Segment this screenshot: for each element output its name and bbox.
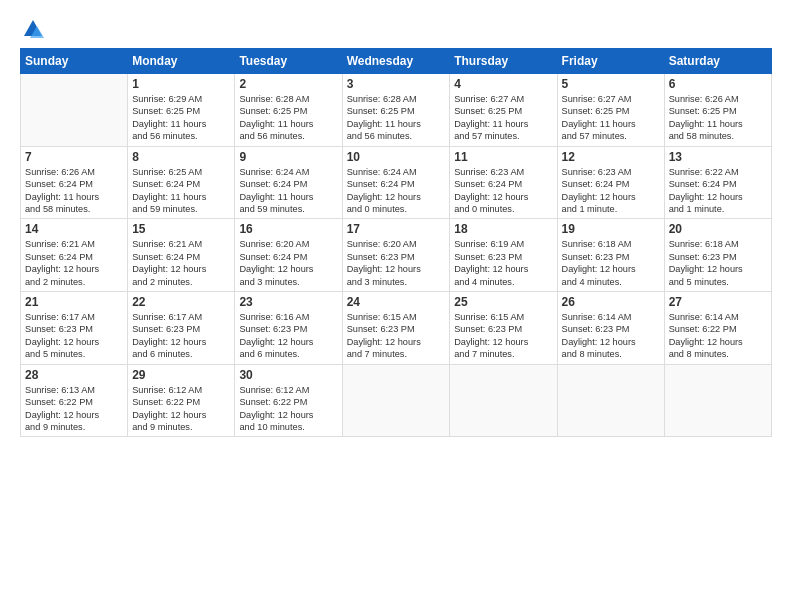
day-number: 10 [347,150,446,164]
day-info: Sunrise: 6:29 AM Sunset: 6:25 PM Dayligh… [132,93,230,143]
day-info: Sunrise: 6:26 AM Sunset: 6:25 PM Dayligh… [669,93,767,143]
day-info: Sunrise: 6:12 AM Sunset: 6:22 PM Dayligh… [239,384,337,434]
day-cell: 5Sunrise: 6:27 AM Sunset: 6:25 PM Daylig… [557,74,664,147]
day-info: Sunrise: 6:21 AM Sunset: 6:24 PM Dayligh… [25,238,123,288]
day-number: 22 [132,295,230,309]
day-info: Sunrise: 6:26 AM Sunset: 6:24 PM Dayligh… [25,166,123,216]
day-cell: 8Sunrise: 6:25 AM Sunset: 6:24 PM Daylig… [128,146,235,219]
day-info: Sunrise: 6:13 AM Sunset: 6:22 PM Dayligh… [25,384,123,434]
week-row-5: 28Sunrise: 6:13 AM Sunset: 6:22 PM Dayli… [21,364,772,437]
day-number: 19 [562,222,660,236]
day-number: 30 [239,368,337,382]
day-info: Sunrise: 6:18 AM Sunset: 6:23 PM Dayligh… [562,238,660,288]
day-cell [21,74,128,147]
day-cell: 2Sunrise: 6:28 AM Sunset: 6:25 PM Daylig… [235,74,342,147]
day-number: 3 [347,77,446,91]
day-cell [342,364,450,437]
day-number: 18 [454,222,552,236]
week-row-1: 1Sunrise: 6:29 AM Sunset: 6:25 PM Daylig… [21,74,772,147]
day-info: Sunrise: 6:17 AM Sunset: 6:23 PM Dayligh… [25,311,123,361]
day-info: Sunrise: 6:20 AM Sunset: 6:23 PM Dayligh… [347,238,446,288]
day-info: Sunrise: 6:14 AM Sunset: 6:23 PM Dayligh… [562,311,660,361]
calendar: SundayMondayTuesdayWednesdayThursdayFrid… [20,48,772,437]
day-number: 14 [25,222,123,236]
day-info: Sunrise: 6:28 AM Sunset: 6:25 PM Dayligh… [239,93,337,143]
day-number: 23 [239,295,337,309]
day-cell: 12Sunrise: 6:23 AM Sunset: 6:24 PM Dayli… [557,146,664,219]
day-info: Sunrise: 6:15 AM Sunset: 6:23 PM Dayligh… [347,311,446,361]
day-number: 7 [25,150,123,164]
day-cell [450,364,557,437]
header-wednesday: Wednesday [342,49,450,74]
day-info: Sunrise: 6:18 AM Sunset: 6:23 PM Dayligh… [669,238,767,288]
day-info: Sunrise: 6:14 AM Sunset: 6:22 PM Dayligh… [669,311,767,361]
day-cell: 10Sunrise: 6:24 AM Sunset: 6:24 PM Dayli… [342,146,450,219]
day-number: 28 [25,368,123,382]
day-cell: 30Sunrise: 6:12 AM Sunset: 6:22 PM Dayli… [235,364,342,437]
header-saturday: Saturday [664,49,771,74]
header-sunday: Sunday [21,49,128,74]
day-info: Sunrise: 6:27 AM Sunset: 6:25 PM Dayligh… [454,93,552,143]
day-cell [557,364,664,437]
header [20,18,772,40]
day-info: Sunrise: 6:21 AM Sunset: 6:24 PM Dayligh… [132,238,230,288]
day-cell: 20Sunrise: 6:18 AM Sunset: 6:23 PM Dayli… [664,219,771,292]
day-number: 29 [132,368,230,382]
day-cell: 14Sunrise: 6:21 AM Sunset: 6:24 PM Dayli… [21,219,128,292]
day-number: 1 [132,77,230,91]
day-cell: 7Sunrise: 6:26 AM Sunset: 6:24 PM Daylig… [21,146,128,219]
day-cell: 16Sunrise: 6:20 AM Sunset: 6:24 PM Dayli… [235,219,342,292]
day-number: 6 [669,77,767,91]
day-info: Sunrise: 6:20 AM Sunset: 6:24 PM Dayligh… [239,238,337,288]
day-number: 13 [669,150,767,164]
day-info: Sunrise: 6:27 AM Sunset: 6:25 PM Dayligh… [562,93,660,143]
day-number: 2 [239,77,337,91]
day-number: 21 [25,295,123,309]
header-monday: Monday [128,49,235,74]
day-cell: 26Sunrise: 6:14 AM Sunset: 6:23 PM Dayli… [557,292,664,365]
day-cell: 3Sunrise: 6:28 AM Sunset: 6:25 PM Daylig… [342,74,450,147]
day-number: 11 [454,150,552,164]
week-row-4: 21Sunrise: 6:17 AM Sunset: 6:23 PM Dayli… [21,292,772,365]
day-number: 8 [132,150,230,164]
day-cell: 6Sunrise: 6:26 AM Sunset: 6:25 PM Daylig… [664,74,771,147]
page: SundayMondayTuesdayWednesdayThursdayFrid… [0,0,792,612]
day-cell: 1Sunrise: 6:29 AM Sunset: 6:25 PM Daylig… [128,74,235,147]
day-cell [664,364,771,437]
day-cell: 22Sunrise: 6:17 AM Sunset: 6:23 PM Dayli… [128,292,235,365]
day-cell: 25Sunrise: 6:15 AM Sunset: 6:23 PM Dayli… [450,292,557,365]
day-number: 16 [239,222,337,236]
day-info: Sunrise: 6:23 AM Sunset: 6:24 PM Dayligh… [454,166,552,216]
day-info: Sunrise: 6:19 AM Sunset: 6:23 PM Dayligh… [454,238,552,288]
day-cell: 24Sunrise: 6:15 AM Sunset: 6:23 PM Dayli… [342,292,450,365]
day-info: Sunrise: 6:12 AM Sunset: 6:22 PM Dayligh… [132,384,230,434]
day-number: 17 [347,222,446,236]
day-cell: 27Sunrise: 6:14 AM Sunset: 6:22 PM Dayli… [664,292,771,365]
header-tuesday: Tuesday [235,49,342,74]
day-info: Sunrise: 6:16 AM Sunset: 6:23 PM Dayligh… [239,311,337,361]
day-number: 25 [454,295,552,309]
day-info: Sunrise: 6:28 AM Sunset: 6:25 PM Dayligh… [347,93,446,143]
day-info: Sunrise: 6:24 AM Sunset: 6:24 PM Dayligh… [347,166,446,216]
day-cell: 4Sunrise: 6:27 AM Sunset: 6:25 PM Daylig… [450,74,557,147]
day-cell: 17Sunrise: 6:20 AM Sunset: 6:23 PM Dayli… [342,219,450,292]
calendar-header-row: SundayMondayTuesdayWednesdayThursdayFrid… [21,49,772,74]
day-info: Sunrise: 6:17 AM Sunset: 6:23 PM Dayligh… [132,311,230,361]
day-number: 15 [132,222,230,236]
day-number: 9 [239,150,337,164]
day-cell: 28Sunrise: 6:13 AM Sunset: 6:22 PM Dayli… [21,364,128,437]
day-info: Sunrise: 6:24 AM Sunset: 6:24 PM Dayligh… [239,166,337,216]
day-cell: 11Sunrise: 6:23 AM Sunset: 6:24 PM Dayli… [450,146,557,219]
header-friday: Friday [557,49,664,74]
day-cell: 23Sunrise: 6:16 AM Sunset: 6:23 PM Dayli… [235,292,342,365]
logo [20,18,44,40]
day-cell: 19Sunrise: 6:18 AM Sunset: 6:23 PM Dayli… [557,219,664,292]
day-cell: 21Sunrise: 6:17 AM Sunset: 6:23 PM Dayli… [21,292,128,365]
day-info: Sunrise: 6:22 AM Sunset: 6:24 PM Dayligh… [669,166,767,216]
day-info: Sunrise: 6:15 AM Sunset: 6:23 PM Dayligh… [454,311,552,361]
day-number: 4 [454,77,552,91]
day-cell: 9Sunrise: 6:24 AM Sunset: 6:24 PM Daylig… [235,146,342,219]
day-cell: 18Sunrise: 6:19 AM Sunset: 6:23 PM Dayli… [450,219,557,292]
day-number: 20 [669,222,767,236]
day-number: 24 [347,295,446,309]
